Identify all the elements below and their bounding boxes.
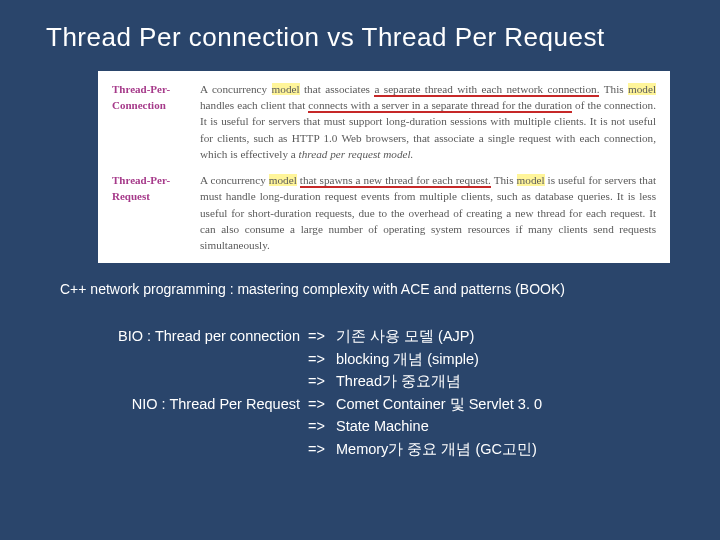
nio-value: State Machine (336, 415, 720, 437)
bio-value: 기존 사용 모델 (AJP) (336, 325, 720, 347)
arrow-icon: => (308, 393, 336, 415)
nio-line-2: => State Machine (108, 415, 720, 437)
term-body: A concurrency model that associates a se… (200, 81, 656, 162)
bio-label: BIO : Thread per connection (108, 325, 308, 347)
underline: a separate thread with each network conn… (374, 83, 599, 97)
highlight: model (269, 174, 297, 186)
term-body: A concurrency model that spawns a new th… (200, 172, 656, 253)
text: A concurrency (200, 83, 272, 95)
arrow-icon: => (308, 348, 336, 370)
highlight: model (517, 174, 545, 186)
text: handles each client that (200, 99, 308, 111)
nio-line-1: NIO : Thread Per Request => Comet Contai… (108, 393, 720, 415)
arrow-icon: => (308, 370, 336, 392)
nio-label: NIO : Thread Per Request (108, 393, 308, 415)
text: This (599, 83, 628, 95)
page-title: Thread Per connection vs Thread Per Requ… (0, 0, 720, 53)
italic: thread per request model. (299, 148, 414, 160)
slide: Thread Per connection vs Thread Per Requ… (0, 0, 720, 540)
highlight: model (628, 83, 656, 95)
excerpt-caption: C++ network programming : mastering comp… (0, 271, 720, 297)
term-label: Thread-Per-Request (112, 172, 200, 253)
bio-line-2: => blocking 개념 (simple) (108, 348, 720, 370)
bio-value: blocking 개념 (simple) (336, 348, 720, 370)
text: that associates (300, 83, 375, 95)
def-thread-per-request: Thread-Per-Request A concurrency model t… (112, 172, 656, 253)
arrow-icon: => (308, 415, 336, 437)
nio-line-3: => Memory가 중요 개념 (GC고민) (108, 438, 720, 460)
arrow-icon: => (308, 325, 336, 347)
text: This (491, 174, 517, 186)
book-excerpt: Thread-Per-Connection A concurrency mode… (98, 71, 670, 263)
nio-value: Comet Container 및 Servlet 3. 0 (336, 393, 720, 415)
underline: connects with a server in a separate thr… (308, 99, 572, 113)
nio-value: Memory가 중요 개념 (GC고민) (336, 438, 720, 460)
underline: that spawns a new thread for each reques… (300, 174, 491, 188)
text: A concurrency (200, 174, 269, 186)
bio-value: Thread가 중요개념 (336, 370, 720, 392)
term-label: Thread-Per-Connection (112, 81, 200, 162)
notes-block: BIO : Thread per connection => 기존 사용 모델 … (0, 297, 720, 460)
arrow-icon: => (308, 438, 336, 460)
def-thread-per-connection: Thread-Per-Connection A concurrency mode… (112, 81, 656, 162)
bio-line-1: BIO : Thread per connection => 기존 사용 모델 … (108, 325, 720, 347)
highlight: model (272, 83, 300, 95)
bio-line-3: => Thread가 중요개념 (108, 370, 720, 392)
